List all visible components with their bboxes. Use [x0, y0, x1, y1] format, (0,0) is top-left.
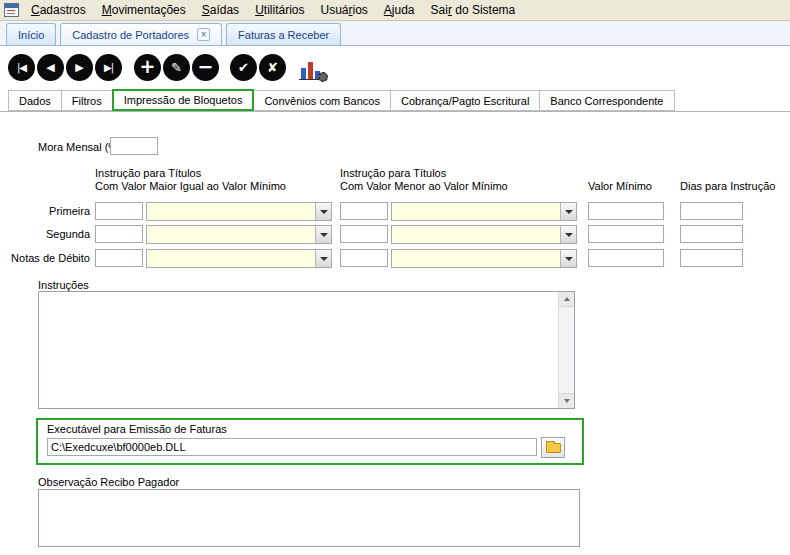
menu-utilitarios[interactable]: Utilitários: [247, 0, 312, 21]
close-tab-icon[interactable]: ×: [197, 28, 210, 41]
primeira-row-label: Primeira: [0, 205, 90, 217]
valor-minimo-header: Valor Mínimo: [588, 180, 652, 192]
primeira-maior-codigo-input[interactable]: [95, 202, 143, 220]
primeira-valor-minimo-input[interactable]: [588, 202, 664, 220]
segunda-maior-combo[interactable]: [146, 225, 332, 244]
notas-debito-menor-combo[interactable]: [391, 249, 577, 268]
chart-bar-icon: [301, 68, 306, 79]
subtab-label: Banco Correspondente: [550, 95, 663, 107]
chevron-down-icon[interactable]: [560, 226, 576, 243]
notas-debito-valor-minimo-input[interactable]: [588, 249, 664, 267]
observacao-label: Observação Recibo Pagador: [38, 476, 179, 488]
tab-faturas-a-receber[interactable]: Faturas a Receber: [226, 23, 341, 45]
dias-instrucao-header: Dias para Instrução: [680, 180, 775, 192]
executavel-path-input[interactable]: [47, 438, 537, 456]
edit-record-button[interactable]: ✎: [163, 54, 190, 81]
next-icon: ▶: [75, 61, 83, 74]
tab-strip: Início Cadastro de Portadores × Faturas …: [0, 21, 790, 46]
executavel-groupbox: Executável para Emissão de Faturas: [36, 418, 584, 465]
page-tab-strip: Dados Filtros Impressão de Bloquetos Con…: [0, 90, 790, 112]
tab-impressao-de-bloquetos[interactable]: Impressão de Bloquetos: [112, 89, 255, 111]
observacao-textarea[interactable]: [38, 489, 580, 547]
notas-debito-dias-instrucao-input[interactable]: [680, 249, 743, 267]
executavel-group-label: Executável para Emissão de Faturas: [47, 423, 227, 435]
menu-movimentacoes[interactable]: Movimentações: [94, 0, 194, 21]
add-record-button[interactable]: +: [134, 54, 161, 81]
notas-debito-row-label: Notas de Débito: [0, 252, 90, 264]
report-chart-button[interactable]: [298, 56, 328, 82]
instrucoes-label: Instruções: [38, 279, 89, 291]
menu-saidas[interactable]: Saídas: [194, 0, 247, 21]
menu-bar: Cadastros Movimentações Saídas Utilitári…: [0, 0, 790, 21]
tab-filtros[interactable]: Filtros: [61, 90, 113, 111]
primeira-maior-combo[interactable]: [146, 202, 332, 221]
menu-cadastros[interactable]: Cadastros: [23, 0, 94, 21]
instrucao-menor-header-line2: Com Valor Menor ao Valor Mínimo: [340, 180, 508, 192]
scroll-up-icon[interactable]: [559, 292, 574, 307]
menu-usuarios[interactable]: Usuários: [312, 0, 375, 21]
tab-cobranca-pagto-escritural[interactable]: Cobrança/Pagto Escritural: [390, 90, 540, 111]
browse-file-button[interactable]: [541, 437, 565, 458]
tab-banco-correspondente[interactable]: Banco Correspondente: [539, 90, 674, 111]
chevron-down-icon[interactable]: [560, 250, 576, 267]
segunda-menor-codigo-input[interactable]: [340, 225, 388, 243]
tab-inicio[interactable]: Início: [6, 23, 56, 45]
notas-debito-menor-codigo-input[interactable]: [340, 249, 388, 267]
plus-icon: +: [140, 57, 156, 78]
cross-icon: ✘: [267, 60, 278, 75]
instrucao-menor-header-line1: Instrução para Títulos: [340, 167, 446, 179]
confirm-button[interactable]: ✔: [230, 54, 257, 81]
tab-label: Início: [18, 29, 44, 41]
chevron-down-icon[interactable]: [315, 250, 331, 267]
pencil-icon: ✎: [171, 60, 182, 75]
segunda-row-label: Segunda: [0, 228, 90, 240]
subtab-label: Filtros: [72, 95, 102, 107]
first-record-icon: |◀: [17, 62, 26, 73]
instrucoes-textarea[interactable]: [38, 291, 575, 409]
tab-label: Cadastro de Portadores: [72, 29, 189, 41]
instrucao-maior-header-line2: Com Valor Maior Igual ao Valor Mínimo: [95, 180, 286, 192]
record-toolbar: |◀ ◀ ▶ ▶| + ✎ − ✔ ✘: [0, 47, 790, 90]
chart-bar-icon: [308, 62, 313, 79]
subtab-label: Impressão de Bloquetos: [124, 94, 243, 106]
next-record-button[interactable]: ▶: [66, 54, 93, 81]
segunda-dias-instrucao-input[interactable]: [680, 225, 743, 243]
chevron-down-icon[interactable]: [315, 226, 331, 243]
folder-open-icon: [546, 443, 561, 453]
segunda-valor-minimo-input[interactable]: [588, 225, 664, 243]
primeira-menor-combo[interactable]: [391, 202, 577, 221]
gear-icon: [318, 72, 328, 82]
application-window: Cadastros Movimentações Saídas Utilitári…: [0, 0, 790, 555]
delete-record-button[interactable]: −: [192, 54, 219, 81]
mora-mensal-input[interactable]: [110, 137, 158, 155]
subtab-label: Dados: [19, 95, 51, 107]
subtab-label: Convênios com Bancos: [264, 95, 380, 107]
minus-icon: −: [198, 57, 214, 78]
cancel-button[interactable]: ✘: [259, 54, 286, 81]
tab-convenios-com-bancos[interactable]: Convênios com Bancos: [253, 90, 391, 111]
previous-icon: ◀: [46, 61, 54, 74]
chevron-down-icon[interactable]: [560, 203, 576, 220]
segunda-menor-combo[interactable]: [391, 225, 577, 244]
app-icon: [4, 3, 19, 17]
vertical-scrollbar[interactable]: [558, 292, 574, 408]
tab-label: Faturas a Receber: [238, 29, 329, 41]
previous-record-button[interactable]: ◀: [37, 54, 64, 81]
tab-dados[interactable]: Dados: [8, 90, 62, 111]
notas-debito-maior-codigo-input[interactable]: [95, 249, 143, 267]
check-icon: ✔: [238, 60, 249, 75]
scroll-down-icon[interactable]: [559, 393, 574, 408]
primeira-dias-instrucao-input[interactable]: [680, 202, 743, 220]
primeira-menor-codigo-input[interactable]: [340, 202, 388, 220]
last-record-icon: ▶|: [104, 62, 113, 73]
instrucao-maior-header-line1: Instrução para Títulos: [95, 167, 201, 179]
menu-ajuda[interactable]: Ajuda: [376, 0, 423, 21]
first-record-button[interactable]: |◀: [8, 54, 35, 81]
segunda-maior-codigo-input[interactable]: [95, 225, 143, 243]
menu-sair-do-sistema[interactable]: Sair do Sistema: [423, 0, 524, 21]
tab-cadastro-de-portadores[interactable]: Cadastro de Portadores ×: [60, 23, 222, 45]
subtab-label: Cobrança/Pagto Escritural: [401, 95, 529, 107]
chevron-down-icon[interactable]: [315, 203, 331, 220]
notas-debito-maior-combo[interactable]: [146, 249, 332, 268]
last-record-button[interactable]: ▶|: [95, 54, 122, 81]
